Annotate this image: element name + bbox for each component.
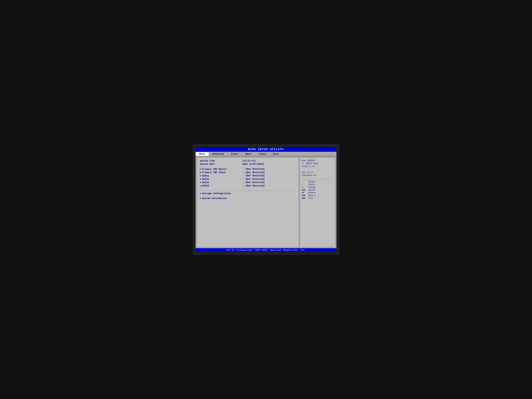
right-panel: Use [ENTER] or [SHIFT-Tab] select a fi U… bbox=[300, 157, 336, 247]
key-row-6: ESC Exit bbox=[302, 197, 333, 200]
footer-text: v02.58 (C)Copyright 1985-2009. American … bbox=[226, 249, 306, 251]
device-value-3: [Not Detected] bbox=[246, 178, 265, 180]
key-row-1: ↕ Select bbox=[302, 183, 333, 186]
system-date-row: System Date [Wed 12/07/2016] bbox=[200, 163, 296, 165]
system-time-value[interactable]: [13:11:37] bbox=[242, 159, 256, 162]
title-bar: BIOS SETUP UTILITY bbox=[196, 147, 336, 152]
colon-4: : bbox=[243, 181, 245, 184]
arrow-icon-0: ► bbox=[200, 168, 201, 170]
colon-1: : bbox=[243, 171, 245, 174]
system-time-row: System Time [13:11:37] bbox=[200, 159, 296, 162]
help-line-6: configure sy bbox=[302, 174, 333, 177]
device-row-1[interactable]: ► Primary IDE Slave : [Not Detected] bbox=[200, 171, 296, 174]
arrow-icon-1: ► bbox=[200, 171, 201, 174]
device-label-2: ► SATA1 bbox=[200, 175, 242, 177]
key-name-5: F10 bbox=[302, 194, 308, 197]
key-name-4: F1 bbox=[302, 192, 308, 194]
key-desc-4: Genera bbox=[308, 192, 315, 194]
bios-screen: BIOS SETUP UTILITY Main Advanced Power B… bbox=[196, 147, 336, 252]
system-time-label: System Time bbox=[200, 159, 242, 162]
key-row-5: F10 Save a bbox=[302, 194, 333, 197]
device-row-3[interactable]: ► SATA2 : [Not Detected] bbox=[200, 178, 296, 181]
device-row-5[interactable]: ► SATA4 : [Not Detected] bbox=[200, 184, 296, 187]
key-name-0: ↔ bbox=[302, 181, 308, 183]
system-date-value[interactable]: [Wed 12/07/2016] bbox=[242, 163, 264, 165]
key-row-3: Tab Select bbox=[302, 189, 333, 191]
colon-3: : bbox=[243, 178, 245, 180]
help-line-5: Use [+] or bbox=[302, 171, 333, 174]
system-date-label: System Date bbox=[200, 163, 242, 165]
menu-item-advanced[interactable]: Advanced bbox=[209, 152, 228, 156]
device-row-2[interactable]: ► SATA1 : [Not Detected] bbox=[200, 174, 296, 177]
left-panel: System Time [13:11:37] System Date [Wed … bbox=[196, 157, 299, 247]
colon-2: : bbox=[243, 174, 245, 177]
device-value-2: [Not Detected] bbox=[246, 174, 265, 177]
key-desc-5: Save a bbox=[308, 194, 315, 197]
help-text-block: Use [ENTER] or [SHIFT-Tab] select a fi U… bbox=[302, 159, 333, 177]
key-desc-2: Change bbox=[308, 186, 315, 188]
arrow-icon-3: ► bbox=[200, 178, 201, 180]
key-row-2: +- Change bbox=[302, 186, 333, 188]
sysinfo-arrow-icon: ► bbox=[200, 197, 201, 200]
device-label-0: ► Primary IDE Master bbox=[200, 168, 242, 171]
key-name-6: ESC bbox=[302, 197, 308, 200]
device-label-3: ► SATA2 bbox=[200, 178, 242, 180]
menu-item-exit[interactable]: Exit bbox=[270, 152, 283, 156]
device-row-4[interactable]: ► SATA3 : [Not Detected] bbox=[200, 181, 296, 184]
key-name-1: ↕ bbox=[302, 183, 308, 186]
key-desc-0: Select bbox=[308, 181, 315, 183]
key-desc-1: Select bbox=[308, 183, 315, 186]
device-label-4: ► SATA3 bbox=[200, 181, 242, 184]
storage-config-label: ► Storage Configuration bbox=[200, 192, 231, 195]
menu-item-boot[interactable]: Boot bbox=[242, 152, 255, 156]
colon-5: : bbox=[243, 184, 245, 187]
system-info-label: ► System Information bbox=[200, 197, 227, 200]
key-name-3: Tab bbox=[302, 189, 308, 191]
monitor: BIOS SETUP UTILITY Main Advanced Power B… bbox=[193, 144, 339, 255]
device-label-5: ► SATA4 bbox=[200, 184, 242, 187]
key-desc-6: Exit bbox=[308, 197, 313, 200]
menu-item-power[interactable]: Power bbox=[228, 152, 242, 156]
key-desc-3: Select bbox=[308, 189, 315, 191]
system-info-row[interactable]: ► System Information bbox=[200, 197, 296, 200]
help-line-1: Use [ENTER] bbox=[302, 159, 333, 162]
content-area: System Time [13:11:37] System Date [Wed … bbox=[196, 156, 336, 248]
device-value-0: [Not Detected] bbox=[246, 168, 265, 170]
help-line-3: select a fi bbox=[302, 165, 333, 168]
menu-bar[interactable]: Main Advanced Power Boot Tools Exit bbox=[196, 152, 336, 156]
device-value-5: [Not Detected] bbox=[246, 184, 265, 187]
device-value-4: [Not Detected] bbox=[246, 181, 265, 184]
colon-0: : bbox=[243, 168, 245, 170]
device-label-1: ► Primary IDE Slave bbox=[200, 171, 242, 174]
key-row-4: F1 Genera bbox=[302, 192, 333, 194]
key-name-2: +- bbox=[302, 186, 308, 188]
menu-item-tools[interactable]: Tools bbox=[255, 152, 270, 156]
arrow-icon-4: ► bbox=[200, 181, 201, 184]
menu-item-main[interactable]: Main bbox=[196, 152, 209, 156]
arrow-icon-5: ► bbox=[200, 185, 201, 187]
arrow-icon-2: ► bbox=[200, 175, 201, 177]
key-row-0: ↔ Select bbox=[302, 181, 333, 183]
footer-bar: v02.58 (C)Copyright 1985-2009. American … bbox=[196, 248, 336, 252]
storage-arrow-icon: ► bbox=[200, 192, 201, 195]
device-value-1: [Not Detected] bbox=[246, 171, 265, 174]
device-row-0[interactable]: ► Primary IDE Master : [Not Detected] bbox=[200, 168, 296, 171]
storage-config-row[interactable]: ► Storage Configuration bbox=[200, 192, 296, 195]
bios-title: BIOS SETUP UTILITY bbox=[248, 148, 284, 151]
help-line-2: or [SHIFT-Tab] bbox=[302, 162, 333, 165]
